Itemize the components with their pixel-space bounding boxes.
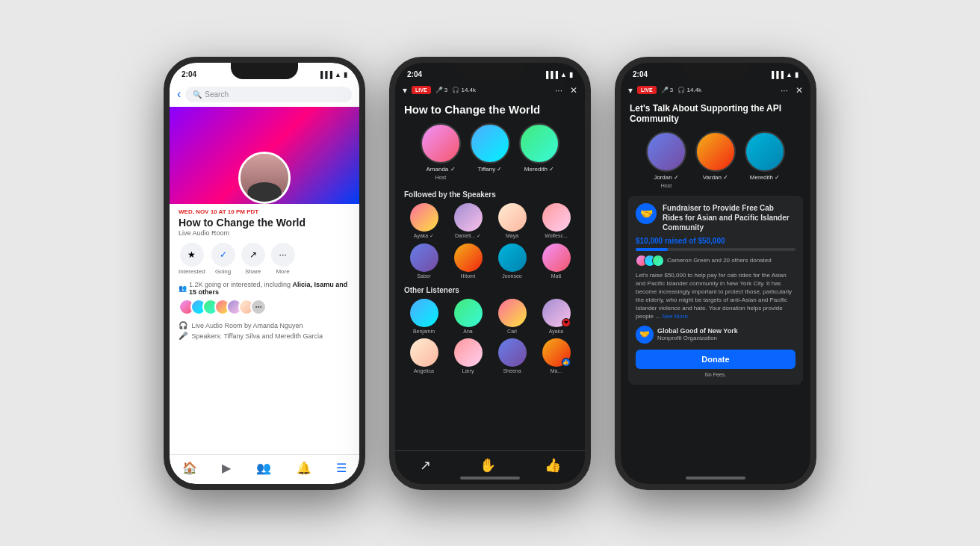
wifi-icon-3: ▲ — [786, 71, 793, 78]
time-2: 2:04 — [407, 70, 422, 78]
listener-name-saber: Saber — [417, 273, 431, 279]
time-1: 2:04 — [182, 70, 196, 78]
interested-icon: ★ — [180, 243, 204, 267]
speaker-meredith-3: Meredith ✓ — [745, 131, 785, 188]
more-button[interactable]: ··· More — [271, 243, 295, 275]
battery-icon-2: ▮ — [569, 71, 573, 78]
speaker-name-meredith-3: Meredith ✓ — [750, 174, 780, 181]
fundraiser-progress-fill — [636, 248, 668, 251]
bell-nav-icon[interactable]: 🔔 — [297, 461, 311, 475]
interested-label: Interested — [179, 268, 205, 275]
signal-icon: ▐▐▐ — [318, 71, 332, 78]
phone1-header: ‹ 🔍 Search — [170, 84, 359, 107]
room-host-info: 🎧 Live Audio Room by Amanda Nguyen — [179, 321, 350, 329]
listener-sheena: Sheena — [492, 338, 532, 373]
listener-ayaka: Ayaka ✓ — [404, 203, 444, 239]
speaker-role-amanda: Host — [435, 175, 446, 180]
speaker-avatar-meredith — [519, 123, 559, 164]
chevron-down-icon[interactable]: ▾ — [403, 85, 407, 96]
mic-count-icon: 🎤 3 — [435, 87, 448, 93]
speaker-name-meredith: Meredith ✓ — [524, 166, 554, 173]
back-button[interactable]: ‹ — [177, 87, 181, 101]
share-icon: ↗ — [241, 243, 265, 267]
notch-3 — [682, 63, 749, 79]
speaker-name-tiffany: Tiffany ✓ — [478, 166, 503, 173]
people-nav-icon[interactable]: 👥 — [256, 461, 271, 475]
close-icon-3[interactable]: ✕ — [796, 85, 803, 96]
menu-nav-icon[interactable]: ☰ — [336, 461, 347, 475]
listener-avatar-hitomi — [454, 243, 483, 272]
fundraiser-header: 🤝 Fundraiser to Provide Free Cab Rides f… — [636, 203, 796, 232]
status-icons-2: ▐▐▐ ▲ ▮ — [544, 71, 573, 78]
like-action-icon[interactable]: 👍 — [545, 457, 561, 474]
room-host-text: Live Audio Room by Amanda Nguyen — [192, 322, 303, 329]
headphones-icon: 🎧 — [179, 321, 187, 329]
listener-avatar-saber — [410, 243, 438, 272]
speaker-avatar-tiffany — [470, 123, 510, 164]
donate-button[interactable]: Donate — [636, 350, 796, 369]
other-listeners-grid: Benjamin Ana Carl ❤ Ayaka — [395, 299, 585, 373]
listener-name-hitomi: Hitomi — [461, 273, 476, 279]
listener-carl: Carl — [492, 299, 532, 334]
phone3-speakers-row: Jordan ✓ Host Vardan ✓ Meredith ✓ — [621, 131, 810, 196]
video-nav-icon[interactable]: ▶ — [222, 461, 231, 475]
time-3: 2:04 — [633, 70, 648, 78]
more-options-icon[interactable]: ··· — [555, 85, 562, 96]
close-icon[interactable]: ✕ — [570, 85, 577, 96]
speaker-tiffany: Tiffany ✓ — [470, 123, 510, 180]
listener-name-joonseo: Joonseo — [502, 273, 521, 279]
listener-avatar-sheena — [498, 338, 527, 367]
action-buttons: ★ Interested ✓ Going ↗ Share ··· More — [179, 243, 350, 275]
listener-name-sheena: Sheena — [503, 368, 521, 373]
listener-matt: Matt — [536, 243, 576, 279]
other-section-label: Other Listeners — [395, 283, 585, 299]
speaker-avatar-amanda — [421, 123, 461, 164]
listener-avatar-wolfesc — [542, 203, 571, 232]
see-more-link[interactable]: See More — [662, 313, 688, 320]
battery-icon-3: ▮ — [795, 71, 798, 78]
share-button[interactable]: ↗ Share — [241, 243, 265, 275]
going-count-text: 1.2K going or interested, including — [189, 281, 291, 288]
org-avatar: 🤝 — [636, 326, 654, 344]
live-badge-2: LIVE — [412, 86, 431, 94]
more-options-icon-3[interactable]: ··· — [781, 85, 788, 96]
going-label: Going — [215, 268, 231, 275]
raise-hand-icon[interactable]: ✋ — [480, 457, 496, 474]
search-bar[interactable]: 🔍 Search — [185, 87, 352, 102]
org-info: Global Good of New York Nonprofit Organi… — [657, 327, 738, 341]
going-icon: ✓ — [211, 243, 235, 267]
signal-icon-3: ▐▐▐ — [769, 71, 784, 78]
phone-2: 2:04 ▐▐▐ ▲ ▮ ▾ LIVE 🎤 3 🎧 14.4k ··· ✕ — [389, 57, 591, 490]
speaker-avatar-vardan — [695, 131, 736, 172]
listener-avatar-maya — [498, 203, 527, 232]
fundraiser-amount: $10,000 raised of $50,000 — [636, 237, 796, 245]
phone-1: 2:04 ▐▐▐ ▲ ▮ ‹ 🔍 Search — [164, 57, 365, 490]
speaker-avatar-meredith-3 — [745, 131, 785, 172]
fundraiser-description: Let's raise $50,000 to help pay for cab … — [636, 271, 796, 321]
share-action-icon[interactable]: ↗ — [420, 457, 431, 474]
interested-button[interactable]: ★ Interested — [179, 243, 205, 275]
listener-avatar-carl — [498, 299, 527, 327]
listener-larry: Larry — [448, 338, 488, 373]
chevron-down-icon-3[interactable]: ▾ — [628, 85, 633, 96]
status-icons-1: ▐▐▐ ▲ ▮ — [318, 71, 347, 78]
listener-avatar-ana — [454, 299, 483, 327]
donor-avatar-3 — [652, 255, 664, 267]
followed-listeners-grid: Ayaka ✓ Daniell... ✓ Maya Wolfesc... Sab… — [395, 203, 585, 279]
listener-name-larry: Larry — [462, 368, 474, 373]
headphone-count-icon-3: 🎧 14.4k — [677, 87, 701, 93]
status-icons-3: ▐▐▐ ▲ ▮ — [769, 71, 798, 78]
phone3-title: Let's Talk About Supporting the API Comm… — [621, 100, 810, 131]
speaker-name-amanda: Amanda ✓ — [426, 166, 455, 173]
home-nav-icon[interactable]: 🏠 — [182, 461, 197, 475]
header-actions-2: ··· ✕ — [555, 85, 577, 96]
listener-avatar-larry — [454, 338, 483, 367]
hero-avatar — [238, 152, 291, 204]
phone2-title: How to Change the World — [395, 100, 585, 123]
no-fees-text: No Fees. — [636, 372, 796, 377]
going-button[interactable]: ✓ Going — [211, 243, 235, 275]
listener-avatar-benjamin — [410, 299, 438, 327]
search-placeholder: Search — [205, 90, 229, 99]
followed-section-label: Followed by the Speakers — [395, 187, 585, 203]
live-badge-3: LIVE — [637, 86, 657, 94]
